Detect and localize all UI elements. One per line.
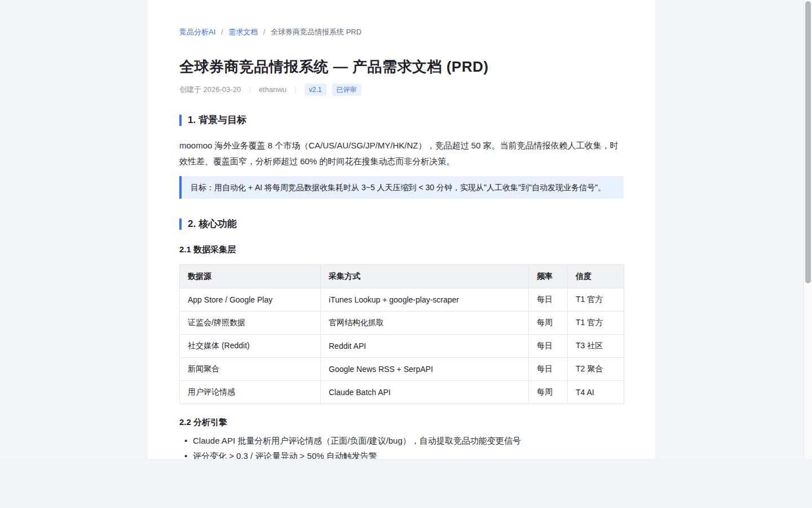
data-source-table: 数据源 采集方式 频率 信度 App Store / Google Play i… [179, 264, 624, 404]
column-header-trust: 信度 [568, 265, 624, 288]
column-header-method: 采集方式 [321, 265, 529, 288]
table-cell: 用户评论情感 [180, 381, 321, 404]
document-card: 竞品分析AI / 需求文档 / 全球券商竞品情报系统 PRD 全球券商竞品情报系… [148, 0, 655, 459]
section-heading-core-features: 2. 核心功能 [179, 217, 624, 231]
table-cell: 社交媒体 (Reddit) [180, 335, 321, 358]
table-row: 证监会/牌照数据 官网结构化抓取 每周 T1 官方 [180, 312, 624, 335]
breadcrumb-link-workspace[interactable]: 竞品分析AI [179, 28, 215, 36]
list-item: Claude API 批量分析用户评论情感（正面/负面/建议/bug），自动提取… [179, 433, 624, 448]
table-cell: 证监会/牌照数据 [180, 312, 321, 335]
table-cell: iTunes Lookup + google-play-scraper [321, 288, 529, 312]
table-cell: 每日 [529, 335, 568, 358]
table-cell: T4 AI [568, 381, 624, 404]
table-cell: 官网结构化抓取 [321, 312, 529, 335]
section-heading-background-goals: 1. 背景与目标 [179, 113, 624, 127]
table-cell: Reddit API [321, 335, 529, 358]
page-background: 竞品分析AI / 需求文档 / 全球券商竞品情报系统 PRD 全球券商竞品情报系… [0, 0, 812, 459]
table-cell: Claude Batch API [321, 381, 529, 404]
subsection-heading-analysis-engine: 2.2 分析引擎 [179, 416, 624, 428]
table-cell: App Store / Google Play [180, 288, 321, 312]
breadcrumb-current-page: 全球券商竞品情报系统 PRD [271, 28, 361, 36]
version-badge: v2.1 [304, 84, 326, 96]
heading-accent-bar [179, 115, 182, 126]
author-name: ethanwu [259, 84, 286, 95]
status-badge: 已评审 [332, 84, 361, 96]
table-cell: 每日 [529, 288, 568, 312]
table-row: App Store / Google Play iTunes Lookup + … [180, 288, 624, 312]
bottom-margin-area [0, 459, 812, 508]
table-cell: T2 聚合 [568, 358, 624, 381]
created-date: 创建于 2026-03-20 [179, 84, 241, 95]
document-meta: 创建于 2026-03-20 ｜ ethanwu ｜ v2.1 已评审 [179, 84, 624, 96]
column-header-source: 数据源 [180, 265, 321, 288]
table-cell: Google News RSS + SerpAPI [321, 358, 529, 381]
breadcrumb-separator: / [221, 28, 223, 36]
breadcrumb: 竞品分析AI / 需求文档 / 全球券商竞品情报系统 PRD [179, 28, 624, 37]
table-row: 社交媒体 (Reddit) Reddit API 每日 T3 社区 [180, 335, 624, 358]
column-header-frequency: 频率 [529, 265, 568, 288]
table-cell: 新闻聚合 [180, 358, 321, 381]
table-cell: 每周 [529, 312, 568, 335]
table-cell: T3 社区 [568, 335, 624, 358]
page-title: 全球券商竞品情报系统 — 产品需求文档 (PRD) [179, 57, 624, 76]
table-header: 数据源 采集方式 频率 信度 [180, 265, 624, 288]
breadcrumb-link-folder[interactable]: 需求文档 [228, 28, 258, 36]
section-heading-label: 2. 核心功能 [188, 217, 237, 231]
document-content: 竞品分析AI / 需求文档 / 全球券商竞品情报系统 PRD 全球券商竞品情报系… [148, 0, 655, 459]
scrollbar-thumb[interactable] [805, 1, 811, 283]
goal-callout: 目标：用自动化 + AI 将每周竞品数据收集耗时从 3~5 人天压缩到 < 30… [179, 176, 624, 199]
scrollbar-track[interactable] [804, 0, 812, 459]
intro-paragraph: moomoo 海外业务覆盖 8 个市场（CA/US/AU/SG/JP/MY/HK… [179, 138, 624, 169]
table-cell: 每周 [529, 381, 568, 404]
table-cell: T1 官方 [568, 288, 624, 312]
table-cell: T1 官方 [568, 312, 624, 335]
subsection-heading-data-collection: 2.1 数据采集层 [179, 243, 624, 256]
table-row: 用户评论情感 Claude Batch API 每周 T4 AI [180, 381, 624, 404]
section-heading-label: 1. 背景与目标 [188, 113, 246, 127]
table-row: 新闻聚合 Google News RSS + SerpAPI 每日 T2 聚合 [180, 358, 624, 381]
meta-divider: ｜ [246, 84, 253, 95]
analysis-bullet-list: Claude API 批量分析用户评论情感（正面/负面/建议/bug），自动提取… [179, 433, 624, 459]
table-cell: 每日 [529, 358, 568, 381]
heading-accent-bar [179, 218, 182, 230]
meta-divider: ｜ [292, 84, 299, 95]
breadcrumb-separator: / [263, 28, 266, 36]
list-item: 评分变化 > 0.3 / 评论量异动 > 50% 自动触发告警 [179, 448, 624, 459]
